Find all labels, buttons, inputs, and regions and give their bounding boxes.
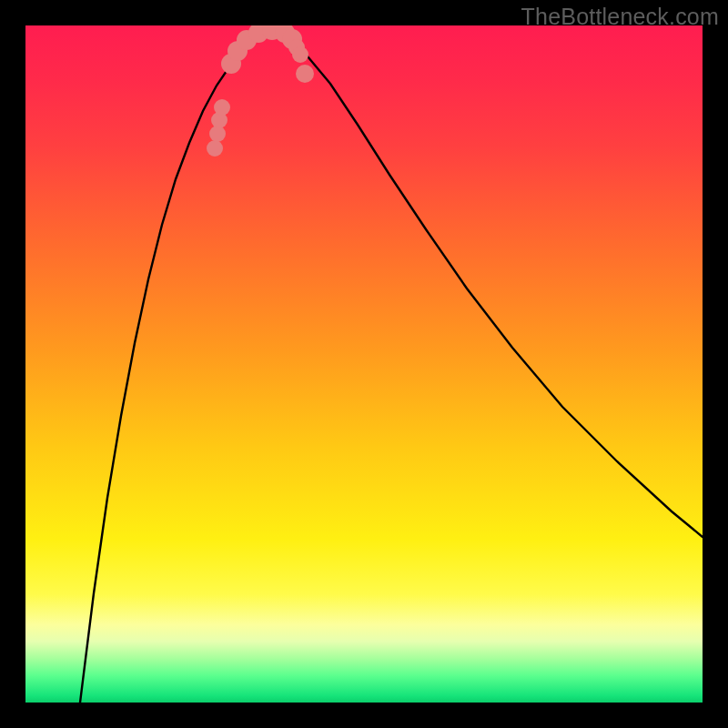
bottleneck-curve-right <box>271 31 703 537</box>
chart-frame: TheBottleneck.com <box>0 0 728 728</box>
data-point-cluster <box>207 25 314 157</box>
data-bead <box>207 140 223 157</box>
data-bead <box>214 99 230 116</box>
plot-area <box>25 25 703 703</box>
curve-layer <box>25 25 703 703</box>
data-bead <box>292 46 308 63</box>
watermark-text: TheBottleneck.com <box>521 4 719 30</box>
data-bead <box>296 65 314 83</box>
bottleneck-curve-left <box>80 31 271 703</box>
